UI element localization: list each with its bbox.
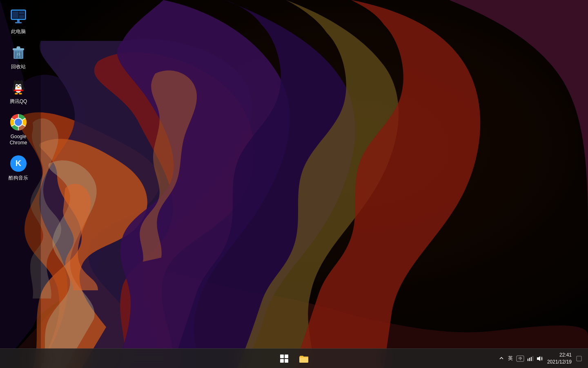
desktop-icon-chrome[interactable]: Google Chrome (2, 109, 35, 150)
svg-rect-9 (15, 22, 22, 23)
desktop-icon-recycle[interactable]: ♻ 回收站 (2, 39, 35, 74)
system-clock[interactable]: 22:41 2021/12/19 (546, 351, 573, 366)
network-icon[interactable] (526, 355, 534, 363)
svg-point-28 (15, 93, 18, 94)
desktop-icon-kuwo[interactable]: K 酷狗音乐 (2, 150, 35, 185)
svg-point-26 (14, 80, 17, 84)
clock-time: 22:41 (547, 352, 572, 359)
svg-rect-49 (531, 357, 532, 361)
svg-text:中: 中 (518, 357, 522, 361)
file-explorer-button[interactable] (295, 350, 313, 368)
svg-rect-7 (19, 15, 24, 18)
lang-text: 英 (508, 355, 513, 361)
recycle-label: 回收站 (11, 64, 26, 70)
svg-rect-5 (13, 11, 18, 18)
wallpaper (0, 0, 588, 368)
thispc-label: 此电脑 (11, 29, 26, 35)
clock-date: 2021/12/19 (547, 359, 572, 366)
svg-text:♻: ♻ (17, 52, 20, 56)
desktop-icon-qq[interactable]: 腾讯QQ (2, 74, 35, 108)
svg-rect-1 (0, 0, 588, 368)
svg-rect-12 (17, 47, 20, 49)
svg-point-27 (20, 80, 23, 84)
chrome-icon (9, 112, 28, 132)
svg-rect-48 (529, 358, 530, 361)
svg-point-25 (17, 87, 20, 88)
taskbar-center (275, 350, 313, 368)
notification-button[interactable] (575, 355, 583, 363)
kuwo-label: 酷狗音乐 (9, 175, 28, 182)
svg-point-24 (20, 85, 21, 86)
qq-icon (9, 77, 28, 97)
svg-line-15 (21, 52, 21, 58)
svg-point-42 (15, 119, 22, 126)
folder-icon (299, 354, 309, 363)
desktop-icons-container: 此电脑 ♻ 回收站 (0, 0, 37, 190)
svg-point-29 (19, 93, 22, 94)
taskbar-right: 英 中 (498, 351, 588, 366)
svg-rect-6 (19, 11, 24, 14)
system-tray: 英 中 (498, 351, 583, 366)
start-button[interactable] (275, 350, 293, 368)
svg-rect-32 (13, 90, 23, 91)
monitor-icon (9, 7, 28, 27)
svg-rect-50 (532, 356, 533, 361)
chrome-label: Google Chrome (4, 134, 33, 146)
input-method-icon[interactable]: 中 (516, 355, 524, 363)
svg-rect-52 (577, 356, 581, 361)
svg-rect-47 (528, 359, 528, 361)
svg-point-23 (17, 85, 18, 86)
recycle-icon: ♻ (9, 43, 28, 62)
kuwo-icon: K (9, 154, 28, 173)
taskbar: 英 中 (0, 348, 588, 368)
show-hidden-icons-button[interactable] (498, 355, 505, 362)
desktop-icon-thispc[interactable]: 此电脑 (2, 4, 35, 38)
language-indicator[interactable]: 英 (506, 354, 514, 363)
volume-icon[interactable] (536, 355, 544, 363)
svg-line-13 (16, 52, 16, 58)
windows-logo-icon (280, 355, 288, 363)
svg-marker-51 (537, 356, 540, 361)
svg-text:K: K (16, 159, 22, 168)
qq-label: 腾讯QQ (10, 99, 27, 105)
svg-rect-8 (17, 20, 20, 22)
desktop: 此电脑 ♻ 回收站 (0, 0, 588, 368)
